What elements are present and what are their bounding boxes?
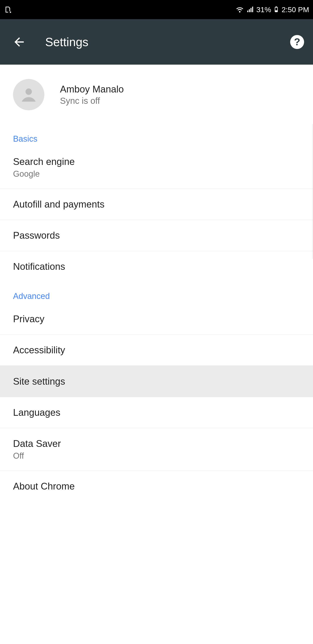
item-title: Site settings	[13, 376, 300, 387]
app-bar: Settings ?	[0, 19, 313, 64]
clock: 2:50 PM	[282, 6, 309, 14]
help-button[interactable]: ?	[290, 34, 305, 50]
status-right: 31% 2:50 PM	[235, 5, 309, 14]
back-arrow-icon	[12, 35, 26, 49]
avatar	[13, 79, 44, 110]
wifi-icon	[235, 5, 244, 14]
settings-content: Amboy Manalo Sync is off Basics Search e…	[0, 64, 313, 502]
page-title: Settings	[45, 35, 290, 49]
account-name: Amboy Manalo	[60, 84, 124, 95]
item-sub: Google	[13, 169, 300, 178]
item-languages[interactable]: Languages	[0, 397, 313, 428]
item-sub: Off	[13, 451, 300, 460]
item-title: Privacy	[13, 314, 300, 324]
account-row[interactable]: Amboy Manalo Sync is off	[0, 64, 313, 125]
section-header-basics: Basics	[0, 125, 313, 146]
item-title: Passwords	[13, 230, 300, 241]
battery-icon	[273, 5, 279, 14]
item-notifications[interactable]: Notifications	[0, 251, 313, 282]
status-bar: 31% 2:50 PM	[0, 0, 313, 19]
item-title: Data Saver	[13, 438, 300, 449]
svg-rect-1	[276, 7, 277, 7]
item-site-settings[interactable]: Site settings	[0, 366, 313, 397]
item-title: About Chrome	[13, 481, 300, 492]
item-accessibility[interactable]: Accessibility	[0, 334, 313, 366]
item-data-saver[interactable]: Data Saver Off	[0, 428, 313, 471]
person-icon	[17, 83, 41, 106]
section-header-advanced: Advanced	[0, 282, 313, 304]
item-title: Notifications	[13, 261, 300, 272]
sim-error-icon	[4, 6, 12, 14]
cell-signal-icon	[246, 6, 254, 14]
svg-text:?: ?	[294, 36, 301, 47]
svg-rect-2	[275, 10, 277, 12]
item-title: Search engine	[13, 156, 300, 167]
item-title: Autofill and payments	[13, 199, 300, 210]
account-text: Amboy Manalo Sync is off	[60, 84, 124, 106]
item-search-engine[interactable]: Search engine Google	[0, 146, 313, 189]
back-button[interactable]	[8, 31, 30, 53]
item-about-chrome[interactable]: About Chrome	[0, 471, 313, 502]
scroll-shadow	[312, 124, 313, 259]
svg-point-5	[25, 88, 32, 95]
battery-percent: 31%	[256, 6, 271, 14]
help-icon: ?	[290, 34, 305, 50]
item-passwords[interactable]: Passwords	[0, 220, 313, 251]
item-privacy[interactable]: Privacy	[0, 304, 313, 334]
account-sync-status: Sync is off	[60, 96, 124, 106]
item-title: Languages	[13, 407, 300, 418]
status-left	[4, 6, 12, 14]
item-title: Accessibility	[13, 345, 300, 356]
item-autofill-payments[interactable]: Autofill and payments	[0, 189, 313, 220]
